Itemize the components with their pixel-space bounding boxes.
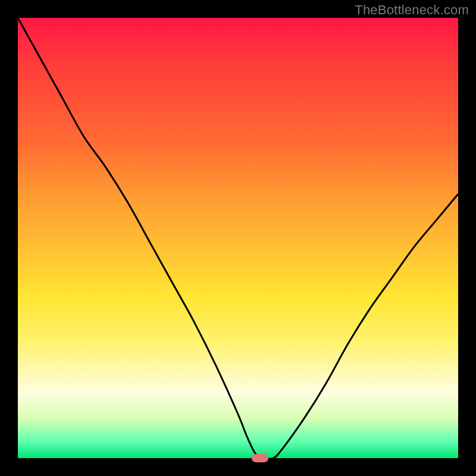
plot-area <box>18 18 458 458</box>
chart-viewport: TheBottleneck.com <box>0 0 476 476</box>
bottleneck-curve <box>18 18 458 458</box>
source-link[interactable]: TheBottleneck.com <box>355 2 469 18</box>
optimal-point-marker <box>252 454 268 462</box>
